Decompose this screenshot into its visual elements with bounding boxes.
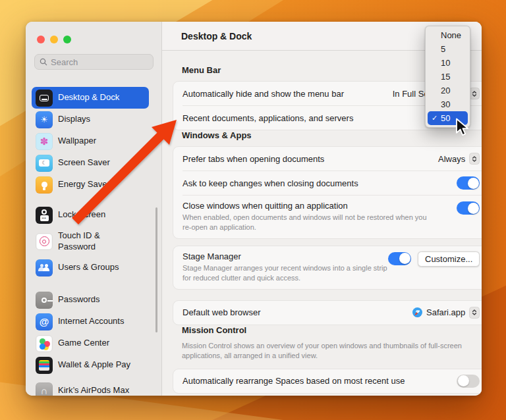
- passwords-icon: [36, 292, 53, 309]
- lock-screen-icon: •••: [36, 207, 53, 224]
- setting-label: Ask to keep changes when closing documen…: [183, 178, 358, 188]
- setting-label: Prefer tabs when opening documents: [183, 154, 324, 164]
- sidebar-item-label: Passwords: [58, 294, 100, 305]
- sidebar-item-screen-saver[interactable]: ☾ Screen Saver: [32, 152, 149, 174]
- sidebar-item-label: Wallet & Apple Pay: [58, 359, 130, 370]
- traffic-lights: [26, 22, 161, 43]
- setting-row-rearrange-spaces: Automatically rearrange Spaces based on …: [173, 369, 482, 393]
- chevron-up-down-icon: [469, 88, 480, 99]
- safari-icon: [412, 307, 422, 317]
- sidebar-item-lock-screen[interactable]: ••• Lock Screen: [32, 204, 149, 226]
- sidebar-item-wallet[interactable]: Wallet & Apple Pay: [32, 354, 149, 376]
- system-settings-window: Desktop & Dock ☀ Displays ✽ Wallpaper ☾ …: [26, 22, 482, 396]
- sidebar-nav: Desktop & Dock ☀ Displays ✽ Wallpaper ☾ …: [32, 87, 149, 396]
- sidebar-item-energy-saver[interactable]: Energy Saver: [32, 174, 149, 196]
- section-header-mission-control: Mission Control: [182, 325, 482, 335]
- setting-description: When enabled, open documents and windows…: [183, 213, 432, 232]
- stage-manager-group: Stage Manager Stage Manager arranges you…: [173, 246, 482, 290]
- menu-option-50-selected[interactable]: ✓ 50: [428, 111, 468, 125]
- stage-manager-toggle[interactable]: [388, 252, 411, 265]
- ask-to-keep-changes-toggle[interactable]: [457, 176, 480, 190]
- sidebar-item-airpods-max[interactable]: ∩ Kirk’s AirPods Max: [32, 380, 149, 396]
- customize-button[interactable]: Customize...: [418, 251, 480, 267]
- setting-row-stage-manager: Stage Manager Stage Manager arranges you…: [173, 246, 482, 289]
- popup-button-safari[interactable]: Safari.app: [412, 307, 480, 319]
- popup-button-always[interactable]: Always: [438, 153, 480, 165]
- sidebar-item-displays[interactable]: ☀ Displays: [32, 109, 149, 130]
- menu-option-5[interactable]: 5: [426, 42, 470, 56]
- setting-row-default-browser: Default web browser Safari.app: [173, 301, 482, 325]
- menu-option-none[interactable]: None: [426, 28, 470, 42]
- sidebar-item-wallpaper[interactable]: ✽ Wallpaper: [32, 130, 149, 152]
- sidebar-item-touch-id[interactable]: Touch ID & Password: [32, 226, 149, 257]
- game-center-icon: [36, 335, 53, 352]
- section-header-windows-apps: Windows & Apps: [182, 130, 482, 140]
- zoom-window-button[interactable]: [63, 36, 71, 43]
- setting-label: Stage Manager: [183, 251, 241, 261]
- setting-label: Default web browser: [183, 307, 261, 317]
- page-title: Desktop & Dock: [181, 31, 252, 41]
- desktop-dock-icon: [36, 90, 53, 107]
- sidebar-item-label: Desktop & Dock: [58, 92, 119, 103]
- sidebar-item-label: Touch ID & Password: [58, 230, 119, 252]
- search-input[interactable]: [51, 57, 143, 67]
- sidebar-item-label: Screen Saver: [58, 157, 110, 168]
- setting-description: Stage Manager arranges your recent windo…: [183, 263, 388, 283]
- mission-control-group: Automatically rearrange Spaces based on …: [173, 369, 482, 394]
- energy-saver-icon: [36, 176, 53, 194]
- internet-accounts-icon: @: [36, 313, 53, 330]
- sidebar-item-passwords[interactable]: Passwords: [32, 289, 149, 311]
- windows-apps-group: Prefer tabs when opening documents Alway…: [173, 146, 482, 239]
- setting-row-prefer-tabs: Prefer tabs when opening documents Alway…: [173, 147, 482, 171]
- popup-value: Always: [438, 154, 465, 164]
- sidebar-item-desktop-dock[interactable]: Desktop & Dock: [32, 87, 149, 109]
- menu-option-30[interactable]: 30: [426, 97, 470, 111]
- setting-label: Automatically rearrange Spaces based on …: [183, 376, 405, 386]
- sidebar-item-internet-accounts[interactable]: @ Internet Accounts: [32, 311, 149, 332]
- sidebar-item-label: Displays: [58, 114, 90, 124]
- popup-value: Safari.app: [426, 307, 465, 317]
- checkmark-icon: ✓: [432, 111, 437, 125]
- sidebar: Desktop & Dock ☀ Displays ✽ Wallpaper ☾ …: [26, 22, 162, 396]
- airpods-max-icon: ∩: [36, 382, 53, 396]
- sidebar-scrollbar[interactable]: [155, 207, 157, 332]
- rearrange-spaces-toggle[interactable]: [457, 375, 480, 388]
- menu-option-10[interactable]: 10: [426, 56, 470, 70]
- sidebar-item-label: Energy Saver: [58, 179, 110, 190]
- sidebar-item-label: Kirk’s AirPods Max: [58, 385, 129, 396]
- section-description: Mission Control shows an overview of you…: [182, 341, 476, 361]
- screen-saver-icon: ☾: [36, 155, 53, 172]
- setting-row-close-windows-on-quit: Close windows when quitting an applicati…: [173, 196, 482, 238]
- search-icon: [40, 58, 47, 66]
- sidebar-item-label: Users & Groups: [58, 262, 119, 273]
- setting-row-ask-to-keep-changes: Ask to keep changes when closing documen…: [173, 171, 482, 195]
- displays-icon: ☀: [36, 111, 53, 128]
- sidebar-item-label: Internet Accounts: [58, 316, 124, 327]
- recent-items-dropdown-menu: None 5 10 15 20 30 ✓ 50: [425, 26, 470, 128]
- close-window-button[interactable]: [37, 36, 45, 43]
- minimize-window-button[interactable]: [50, 36, 58, 43]
- sidebar-item-label: Game Center: [58, 338, 109, 348]
- setting-label: Recent documents, applications, and serv…: [183, 113, 353, 123]
- search-field[interactable]: [34, 54, 154, 70]
- touch-id-icon: [36, 233, 53, 250]
- menu-option-label: 50: [441, 113, 450, 123]
- wallet-icon: [36, 357, 53, 374]
- chevron-up-down-icon: [469, 307, 480, 319]
- sidebar-item-label: Lock Screen: [58, 209, 105, 220]
- sidebar-item-label: Wallpaper: [58, 136, 96, 146]
- close-windows-on-quit-toggle[interactable]: [457, 201, 480, 215]
- sidebar-item-game-center[interactable]: Game Center: [32, 332, 149, 354]
- default-browser-group: Default web browser Safari.app: [173, 300, 482, 325]
- wallpaper-icon: ✽: [36, 133, 53, 150]
- menu-option-15[interactable]: 15: [426, 70, 470, 84]
- users-groups-icon: [36, 259, 53, 276]
- setting-label: Close windows when quitting an applicati…: [183, 201, 348, 211]
- menu-option-20[interactable]: 20: [426, 84, 470, 97]
- chevron-up-down-icon: [469, 153, 480, 165]
- setting-label: Automatically hide and show the menu bar: [183, 89, 344, 99]
- sidebar-item-users-groups[interactable]: Users & Groups: [32, 257, 149, 278]
